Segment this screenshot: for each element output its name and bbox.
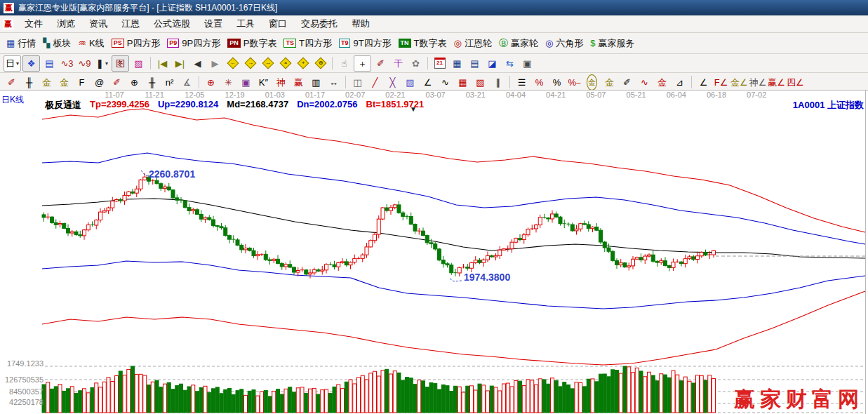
star-circle-tool[interactable]: ✳ [220, 75, 236, 90]
time-circle-tool[interactable]: ⊕ [126, 75, 142, 90]
n2-tool[interactable]: n² [161, 75, 178, 90]
draw-brush-tool[interactable]: ✐ [4, 75, 20, 90]
expand-button[interactable]: + [295, 56, 311, 71]
f-angle-tool[interactable]: F∠ [713, 75, 729, 90]
parallel-tool[interactable]: ∥ [490, 75, 506, 90]
angle-line-tool[interactable]: ∠ [420, 75, 436, 90]
save-button[interactable]: ◪ [484, 56, 500, 71]
brush2-tool[interactable]: ✐ [109, 75, 125, 90]
grid-target-tool[interactable]: ▣ [238, 75, 254, 90]
wave-tool[interactable]: ∿ [636, 75, 653, 90]
smart-tools-button[interactable]: ✿ [408, 56, 424, 71]
export-button[interactable]: ⇆ [502, 56, 518, 71]
t-square-button[interactable]: TST四方形 [283, 37, 331, 50]
shift-right-button[interactable]: → [242, 56, 258, 71]
menu-item-7[interactable]: 窗口 [262, 18, 294, 30]
tile-window-button[interactable]: ❖ [22, 55, 40, 72]
period-day-button[interactable]: 日▾ [4, 55, 21, 72]
quotes-button[interactable]: ▦行情 [6, 37, 36, 50]
grid-red-tool[interactable]: ▦ [455, 75, 471, 90]
menu-item-0[interactable]: 文件 [18, 18, 50, 30]
first-page-button[interactable]: |◀ [154, 56, 171, 71]
ink-brush-tool[interactable]: ✐ [619, 75, 635, 90]
candle-style-button[interactable]: ❚▾ [94, 56, 110, 71]
f-ruler-tool[interactable]: F [74, 75, 90, 90]
span-arrow-tool[interactable]: ↔ [326, 75, 342, 90]
stock-info-button[interactable]: ▤ [41, 56, 58, 71]
crosshair-button[interactable]: ＋ [354, 55, 371, 72]
fan-box-tool[interactable]: ▨ [402, 75, 418, 90]
ma-9-button[interactable]: ∿9 [76, 56, 93, 71]
j-angle-tool[interactable]: ⊿ [672, 75, 688, 90]
fan-red-tool[interactable]: ╱ [367, 75, 383, 90]
calculator-button[interactable]: ▦ [449, 56, 465, 71]
gold-line-tool[interactable]: 金 [601, 75, 617, 90]
report-button[interactable]: ▤ [467, 56, 483, 71]
menu-item-6[interactable]: 工具 [229, 18, 262, 30]
fan-purple-tool[interactable]: ╳ [385, 75, 401, 90]
plain-ruler-tool[interactable]: ╫ [144, 75, 160, 90]
p-square-button[interactable]: PSP四方形 [112, 37, 161, 50]
winner-service-button[interactable]: $赢家服务 [590, 37, 634, 50]
last-page-button[interactable]: ▶| [172, 56, 188, 71]
hexagon-button[interactable]: ◎六角形 [545, 37, 583, 50]
menu-item-5[interactable]: 设置 [197, 18, 229, 30]
price-ladder-tool[interactable]: ☰ [514, 75, 530, 90]
sectors-button[interactable]: ▚板块 [43, 37, 71, 50]
gold-ruler-tool[interactable]: 金 [39, 75, 55, 90]
t-number-button[interactable]: TNT数字表 [399, 37, 447, 50]
target-circle-tool[interactable]: ⊕ [203, 75, 219, 90]
gift-tools-button[interactable]: 干 [390, 56, 406, 71]
prev-bar-button[interactable]: ◀ [189, 56, 206, 71]
drag-hand-button[interactable]: ☝ [336, 56, 352, 71]
chart-area[interactable]: 2260.87011974.3800 11-0711-2112-0512-190… [0, 90, 868, 414]
winner-wheel-button[interactable]: Ⓑ赢家轮 [499, 37, 538, 50]
volume-bar [664, 375, 667, 413]
menu-item-3[interactable]: 江恩 [114, 18, 147, 30]
shift-left-button[interactable]: ← [225, 56, 241, 71]
kline-plot[interactable]: 2260.87011974.3800 [0, 90, 868, 414]
ma-3-button[interactable]: ∿3 [59, 56, 75, 71]
gold-wave-tool[interactable]: 金 [654, 75, 670, 90]
zigzag-tool[interactable]: ∿ [437, 75, 453, 90]
ruler-tool[interactable]: ╫ [21, 75, 37, 90]
win-angle-tool[interactable]: 赢∠ [768, 75, 785, 90]
kline-button[interactable]: ♒K线 [78, 37, 104, 50]
k-quote-tool[interactable]: K″ [255, 75, 272, 90]
shen-angle-tool[interactable]: 神∠ [749, 75, 767, 90]
erase-line-button[interactable]: ✐ [373, 56, 389, 71]
shen-ruler-tool[interactable]: 神 [273, 75, 289, 90]
plain-angle-tool[interactable]: ∠ [695, 75, 712, 90]
next-bar-button[interactable]: ▶ [207, 56, 223, 71]
p-number-button[interactable]: PNP数字表 [227, 37, 276, 50]
menu-item-8[interactable]: 交易委托 [294, 18, 345, 30]
grid-arrow-tool[interactable]: ▧ [472, 75, 488, 90]
menu-item-2[interactable]: 资讯 [82, 18, 114, 30]
calendar-button[interactable]: 21 [432, 56, 448, 71]
box-tool[interactable]: ◫ [349, 75, 366, 90]
menu-item-4[interactable]: 公式选股 [147, 18, 197, 30]
spiral-tool[interactable]: @ [91, 75, 107, 90]
percent-red-tool[interactable]: %⎯ [566, 75, 582, 90]
four-angle-tool[interactable]: 四∠ [787, 75, 804, 90]
compress-button[interactable]: × [277, 56, 293, 71]
percent-tool[interactable]: % [549, 75, 565, 90]
print-button[interactable]: ▣ [519, 56, 535, 71]
gann-overlay-button[interactable]: 图 [112, 55, 129, 72]
win-ruler-tool[interactable]: 赢 [291, 75, 307, 90]
gold-circle-tool[interactable]: 金 [584, 75, 600, 90]
num-ruler-tool[interactable]: ▥ [308, 75, 324, 90]
gold-angle-tool[interactable]: 金∠ [730, 75, 748, 90]
9p-square-button[interactable]: P99P四方形 [167, 37, 220, 50]
color-volume-button[interactable]: ▨ [131, 56, 147, 71]
zoom-out-button[interactable]: ↔ [260, 56, 276, 71]
9t-square-button[interactable]: T99T四方形 [339, 37, 392, 50]
restore-view-button[interactable]: ⊕ [312, 56, 328, 71]
gann-wheel-button[interactable]: ◎江恩轮 [454, 37, 492, 50]
menu-item-9[interactable]: 帮助 [345, 18, 377, 30]
percent-line-tool[interactable]: % [531, 75, 547, 90]
mirror-angle-tool[interactable]: ∡ [179, 75, 195, 90]
gold-ruler2-tool[interactable]: 金 [56, 75, 72, 90]
indicator-dropdown-arrow[interactable]: ▼ [410, 105, 417, 113]
menu-item-1[interactable]: 浏览 [50, 18, 82, 30]
